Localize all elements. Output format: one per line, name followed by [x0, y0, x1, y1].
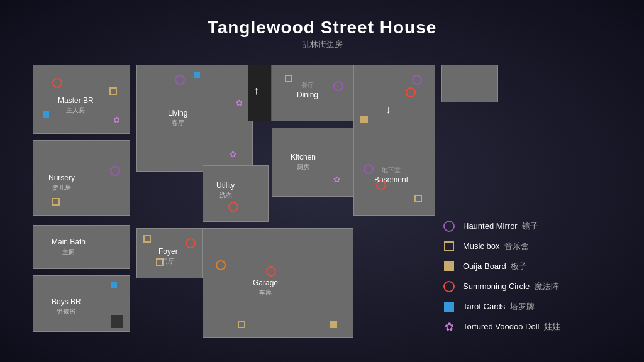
label-foyer: Foyer门厅	[158, 247, 178, 265]
music-box-basement	[414, 195, 422, 202]
summoning-utility	[228, 202, 238, 212]
legend-ouija-label: Ouija Board 板子	[463, 261, 527, 272]
dark-square-boys	[111, 315, 123, 328]
legend-music-box-icon	[441, 239, 457, 254]
label-kitchen: Utility Kitchen厨房	[291, 153, 316, 171]
voodoo-icon-master: ✿	[113, 114, 123, 124]
room-boys-br	[33, 275, 130, 332]
tarot-icon-living	[194, 72, 200, 78]
orange-left-garage	[216, 260, 226, 270]
room-living: ✿ ✿	[136, 65, 253, 172]
legend-summoning-label: Summoning Circle 魔法阵	[463, 281, 559, 292]
staircase: ↑	[248, 65, 272, 121]
label-basement: 地下室 Basement	[374, 165, 408, 185]
legend-haunted-mirror-icon	[441, 219, 457, 234]
haunted-mirror-living	[175, 75, 185, 85]
room-utility	[203, 165, 269, 222]
page-title: Tanglewood Street House	[20, 18, 624, 38]
label-main-bath: Main Bath主厕	[52, 238, 86, 256]
arrow-down-icon: ↓	[386, 103, 391, 116]
summoning-circle-icon	[52, 78, 62, 88]
room-nursery	[33, 140, 130, 216]
title-area: Tanglewood Street House 乱林街边房	[20, 18, 624, 50]
summoning-foyer	[186, 238, 196, 248]
legend-tarot-icon	[441, 299, 457, 314]
haunted-mirror-icon-nursery	[110, 166, 120, 176]
subtitle: 乱林街边房	[20, 39, 624, 50]
music-box-icon-nursery	[52, 198, 60, 206]
voodoo-icon-living: ✿	[236, 97, 246, 107]
legend-voodoo-label: Tortured Voodoo Doll 娃娃	[463, 321, 560, 332]
content-box: Tanglewood Street House 乱林街边房 ✿ Master B…	[20, 11, 624, 351]
legend-voodoo-icon: ✿	[441, 319, 457, 334]
label-utility: Utility洗衣	[216, 181, 235, 199]
label-boys-br: Boys BR男孩房	[52, 297, 81, 315]
legend-haunted-mirror: Haunted Mirror 镜子	[441, 219, 618, 234]
legend-tarot-label: Tarot Cards 塔罗牌	[463, 301, 535, 312]
music-box-dining	[285, 75, 292, 82]
haunted-mirror-dining	[333, 81, 343, 91]
haunted-mirror-basement-top	[412, 75, 422, 85]
legend-music-box-label: Music box 音乐盒	[463, 241, 529, 252]
legend-haunted-mirror-label: Haunted Mirror 镜子	[463, 221, 538, 232]
ouija-basement	[360, 116, 368, 123]
map-area: ✿ Master BR 主人房 Nursery 婴儿房	[26, 58, 397, 341]
legend-music-box: Music box 音乐盒	[441, 239, 618, 254]
tarot-icon	[43, 111, 49, 118]
room-basement: ↓	[353, 65, 435, 216]
legend: Haunted Mirror 镜子 Music box 音乐盒 Ouija Bo…	[441, 219, 618, 339]
label-garage: Garage车库	[253, 278, 278, 297]
haunted-mirror-basement-bottom	[364, 164, 374, 174]
legend-summoning-icon	[441, 279, 457, 294]
main-container: Tanglewood Street House 乱林街边房 ✿ Master B…	[0, 0, 644, 362]
ouija-garage	[330, 321, 337, 328]
arrow-up-icon: ↑	[253, 84, 259, 97]
music-box-garage1	[238, 321, 245, 328]
label-master-br: Master BR 主人房	[58, 96, 94, 114]
legend-ouija-icon	[441, 259, 457, 274]
summoning-basement-top	[406, 87, 416, 97]
music-box-icon	[109, 87, 117, 95]
label-dining: 餐厅 Dining	[297, 80, 318, 100]
legend-voodoo-doll: ✿ Tortured Voodoo Doll 娃娃	[441, 319, 618, 334]
music-box-foyer	[143, 235, 151, 243]
legend-ouija-board: Ouija Board 板子	[441, 259, 618, 274]
summoning-garage	[266, 266, 276, 277]
room-extra-right	[441, 65, 498, 102]
voodoo-icon-kitchen: ✿	[333, 173, 343, 184]
label-living: Living 客厅	[168, 109, 187, 127]
legend-tarot-cards: Tarot Cards 塔罗牌	[441, 299, 618, 314]
voodoo-icon-living2: ✿	[230, 148, 240, 158]
tarot-boys	[111, 282, 117, 288]
label-nursery: Nursery 婴儿房	[48, 173, 75, 192]
legend-summoning-circle: Summoning Circle 魔法阵	[441, 279, 618, 294]
